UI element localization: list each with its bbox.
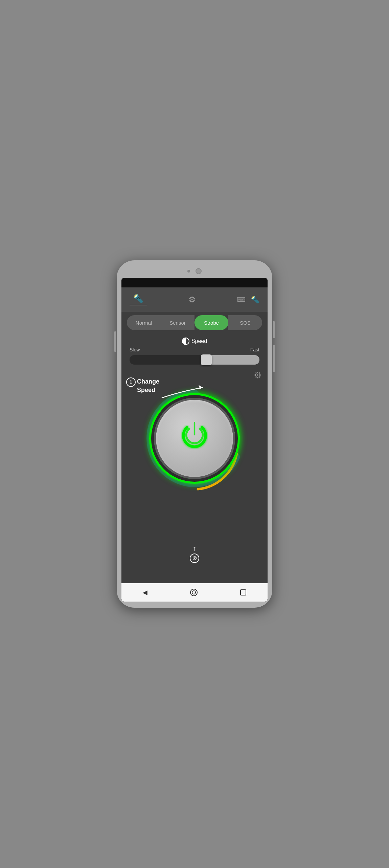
step2-circle: ② — [190, 554, 199, 563]
phone-device: 🔦 ⚙ ⌨ 🔦 Normal Sensor Strobe SOS Speed S… — [117, 260, 272, 608]
side-button-right-top[interactable] — [273, 321, 275, 338]
speed-slider[interactable] — [130, 355, 259, 365]
nav-home-button[interactable] — [190, 589, 198, 596]
speed-row: Slow Fast — [130, 347, 259, 352]
settings-gear-icon[interactable]: ⚙ — [254, 370, 261, 381]
tab-strobe[interactable]: Strobe — [194, 315, 228, 330]
camera-dot — [187, 270, 190, 273]
dial-container — [140, 384, 249, 493]
toolbar-gear-icon[interactable]: ⚙ — [188, 295, 196, 304]
speed-label: Speed — [191, 338, 207, 344]
mode-tabs: Normal Sensor Strobe SOS — [121, 312, 268, 333]
nav-home-inner-circle — [192, 590, 196, 594]
tab-normal[interactable]: Normal — [127, 315, 161, 330]
nav-back-button[interactable]: ◀ — [143, 589, 147, 596]
phone-top-bar — [121, 266, 268, 276]
speed-header: Speed — [182, 338, 207, 345]
power-button[interactable] — [154, 398, 235, 479]
speed-section: Speed Slow Fast — [121, 333, 268, 367]
keyboard-icon[interactable]: ⌨ — [237, 296, 246, 303]
flashlight2-icon[interactable]: 🔦 — [251, 296, 259, 304]
nav-home-circle — [190, 589, 198, 596]
annotation-step2: ↑ ② — [190, 544, 199, 563]
slider-container — [130, 355, 259, 365]
step1-circle: 1 — [126, 377, 136, 387]
power-symbol-svg — [176, 420, 213, 457]
toolbar-flashlight-active[interactable]: 🔦 — [130, 294, 147, 305]
main-content-area: ⚙ 1 ChangeSpeed — [121, 367, 268, 583]
tab-sensor[interactable]: Sensor — [161, 315, 194, 330]
flashlight-underline — [130, 305, 147, 305]
side-button-right-bottom[interactable] — [273, 345, 275, 372]
speed-slow-label: Slow — [130, 347, 140, 352]
tab-sos[interactable]: SOS — [228, 315, 262, 330]
speaker-dot — [196, 268, 202, 274]
bottom-nav: ◀ — [121, 583, 268, 602]
side-button-left[interactable] — [114, 331, 116, 352]
nav-square-icon — [240, 589, 246, 595]
speed-icon — [182, 338, 189, 345]
flashlight-icon: 🔦 — [133, 294, 143, 303]
toolbar: 🔦 ⚙ ⌨ 🔦 — [121, 287, 268, 312]
status-bar — [121, 278, 268, 287]
nav-recents-button[interactable] — [240, 589, 246, 595]
toolbar-right-icons: ⌨ 🔦 — [237, 296, 259, 304]
speed-fast-label: Fast — [250, 347, 259, 352]
arrow-up-icon: ↑ — [193, 544, 197, 553]
phone-screen: 🔦 ⚙ ⌨ 🔦 Normal Sensor Strobe SOS Speed S… — [121, 278, 268, 602]
